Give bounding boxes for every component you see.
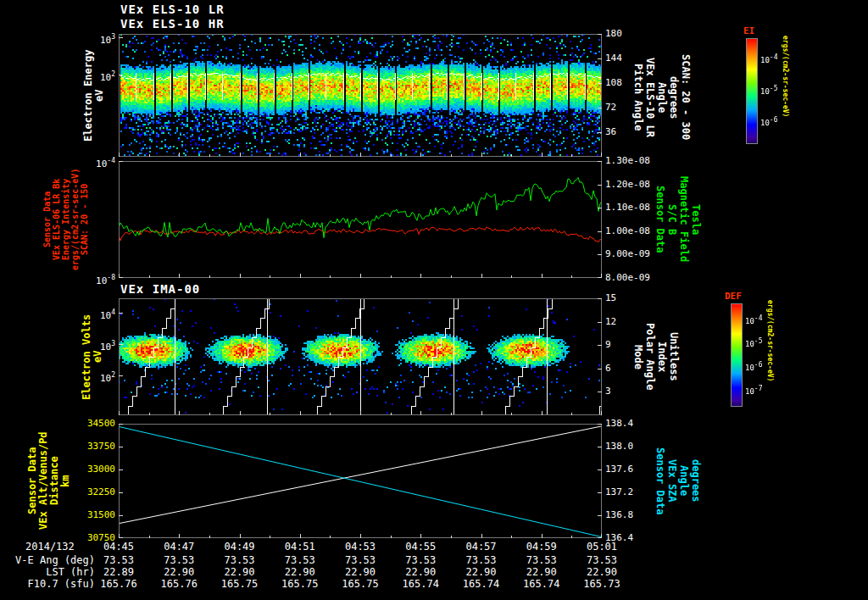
eph-right-tick-label: 137.6 bbox=[605, 464, 658, 475]
els-title-line2: VEx ELS-10 HR bbox=[120, 17, 225, 31]
mag-right-tick-label: 1.10e-08 bbox=[605, 202, 658, 213]
table-value: 165.75 bbox=[214, 579, 265, 590]
colorbar-tick-label: 10-4 bbox=[760, 52, 777, 66]
eph-right-tick-label: 136.8 bbox=[605, 509, 658, 520]
table-value: 165.76 bbox=[93, 579, 144, 590]
eph-right-tick-label: 138.0 bbox=[605, 441, 658, 452]
eph-right-tick-label: 137.2 bbox=[605, 486, 658, 497]
table-value: 73.53 bbox=[576, 555, 627, 566]
ima-spectrogram-plot bbox=[119, 298, 602, 415]
els-title-line1: VEx ELS-10 LR bbox=[120, 3, 225, 16]
mag-left-tick-label: 10-4 bbox=[75, 155, 115, 169]
time-tick-label: 04:53 bbox=[342, 542, 379, 553]
eph-left-tick-label: 33750 bbox=[75, 441, 115, 452]
time-tick-label: 04:45 bbox=[100, 542, 137, 553]
colorbar-ei-unit-label: ergs/(cm2-sr-sec-eV) bbox=[782, 36, 789, 151]
date-label: 2014/132 bbox=[25, 542, 93, 553]
table-value: 73.53 bbox=[275, 555, 326, 566]
table-value: 22.90 bbox=[456, 567, 507, 578]
time-tick-label: 04:51 bbox=[281, 542, 319, 553]
time-tick-label: 04:55 bbox=[402, 542, 439, 553]
table-value: 165.74 bbox=[516, 579, 567, 590]
mag-right-tick-label: 1.30e-08 bbox=[605, 155, 658, 166]
time-tick-label: 04:47 bbox=[160, 542, 198, 553]
time-tick-label: 04:57 bbox=[463, 542, 500, 553]
table-value: 73.53 bbox=[153, 555, 204, 566]
table-value: 73.53 bbox=[93, 555, 144, 566]
mag-right-tick-label: 1.00e-08 bbox=[605, 225, 658, 236]
table-row-label: F10.7 (sfu) bbox=[0, 579, 95, 590]
table-value: 73.53 bbox=[335, 555, 386, 566]
table-value: 22.90 bbox=[275, 567, 326, 578]
colorbar-ei bbox=[746, 38, 758, 144]
colorbar-tick-label: 10-5 bbox=[760, 83, 777, 97]
els-left-tick-label: 102 bbox=[75, 69, 115, 83]
colorbar-tick-label: 10-4 bbox=[745, 313, 762, 327]
colorbar-def-title: DEF bbox=[725, 291, 742, 302]
els-right-tick-label: 108 bbox=[605, 77, 658, 88]
colorbar-def bbox=[731, 303, 743, 407]
eph-right-tick-label: 138.4 bbox=[605, 418, 658, 429]
mag-left-axis-label: Sensor DataVEx ELS-06 LR BkEnergy Intens… bbox=[42, 161, 89, 278]
table-value: 22.89 bbox=[93, 567, 144, 578]
mag-right-tick-label: 8.00e-09 bbox=[605, 272, 658, 283]
els-right-tick-label: 144 bbox=[605, 53, 658, 64]
ephemeris-line-plot bbox=[119, 424, 602, 538]
plot-window: VEx ELS-10 LR VEx ELS-10 HR VEx IMA-00 E… bbox=[0, 0, 868, 600]
eph-left-tick-label: 34500 bbox=[75, 418, 115, 429]
mag-left-tick-label: 10-8 bbox=[75, 272, 115, 286]
table-value: 73.53 bbox=[214, 555, 265, 566]
colorbar-tick-label: 10-5 bbox=[745, 336, 762, 350]
table-value: 22.90 bbox=[335, 567, 386, 578]
table-value: 22.90 bbox=[576, 567, 627, 578]
ima-left-tick-label: 102 bbox=[75, 369, 115, 384]
els-right-tick-label: 180 bbox=[605, 28, 658, 39]
mag-right-tick-label: 9.00e-09 bbox=[605, 248, 658, 259]
colorbar-def-unit-label: ergs/(cm2-sr-sec-eV) bbox=[766, 300, 774, 410]
table-value: 165.73 bbox=[576, 579, 627, 590]
time-tick-label: 04:59 bbox=[523, 542, 560, 553]
eph-left-tick-label: 31500 bbox=[75, 509, 115, 520]
eph-left-tick-label: 32250 bbox=[75, 486, 115, 497]
table-value: 22.90 bbox=[395, 567, 446, 578]
magnetic-field-line-plot bbox=[119, 161, 602, 278]
els-spectrogram-plot bbox=[119, 34, 602, 157]
table-row-label: V-E Ang (deg) bbox=[0, 555, 95, 566]
colorbar-ei-title: EI bbox=[743, 25, 754, 36]
colorbar-tick-label: 10-6 bbox=[760, 114, 777, 129]
ima-left-tick-label: 104 bbox=[75, 307, 115, 321]
eph-left-axis-label: Sensor DataVEx Alt/Venus/PdDistancekm bbox=[27, 424, 71, 538]
table-value: 22.90 bbox=[214, 567, 265, 578]
els-left-tick-label: 103 bbox=[75, 31, 115, 46]
time-tick-label: 05:01 bbox=[583, 542, 620, 553]
mag-right-axis-label: Sensor DataS/C BMagnetic FieldTesla bbox=[654, 161, 702, 278]
ima-right-tick-label: 15 bbox=[605, 292, 658, 303]
table-value: 165.74 bbox=[395, 579, 446, 590]
ima-right-tick-label: 12 bbox=[605, 316, 658, 327]
mag-right-tick-label: 1.20e-08 bbox=[605, 179, 658, 190]
ima-right-tick-label: 3 bbox=[605, 386, 658, 397]
ima-right-tick-label: 6 bbox=[605, 363, 658, 374]
table-value: 165.75 bbox=[275, 579, 326, 590]
table-row-label: LST (hr) bbox=[0, 567, 95, 578]
table-value: 22.90 bbox=[153, 567, 204, 578]
eph-right-axis-label: Sensor DataVEx SZAAngledegrees bbox=[654, 424, 702, 538]
table-value: 165.75 bbox=[335, 579, 386, 590]
eph-left-tick-label: 33000 bbox=[75, 464, 115, 475]
els-right-tick-label: 72 bbox=[605, 102, 658, 113]
table-value: 165.74 bbox=[456, 579, 507, 590]
table-value: 165.76 bbox=[153, 579, 204, 590]
table-value: 22.90 bbox=[516, 567, 567, 578]
time-tick-label: 04:49 bbox=[221, 542, 259, 553]
table-value: 73.53 bbox=[395, 555, 446, 566]
colorbar-tick-label: 10-7 bbox=[745, 383, 762, 397]
ima-left-tick-label: 103 bbox=[75, 338, 115, 353]
els-left-axis-label: Electron EnergyeV bbox=[83, 34, 105, 157]
table-value: 73.53 bbox=[456, 555, 507, 566]
els-right-tick-label: 36 bbox=[605, 126, 658, 137]
table-value: 73.53 bbox=[516, 555, 567, 566]
ima-right-tick-label: 9 bbox=[605, 339, 658, 350]
colorbar-tick-label: 10-6 bbox=[745, 359, 762, 374]
ima-title: VEx IMA-00 bbox=[120, 282, 200, 296]
